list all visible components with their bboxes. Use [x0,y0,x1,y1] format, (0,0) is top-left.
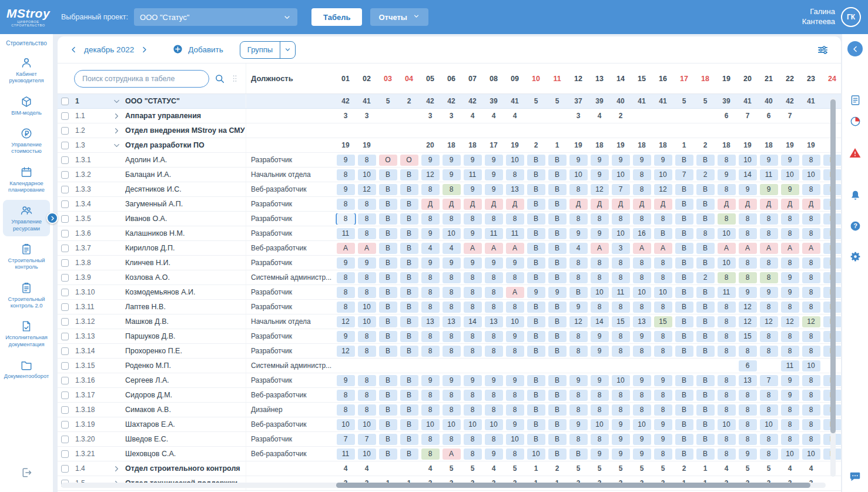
timesheet-cell[interactable]: 8 [718,434,736,445]
expand-chevron-icon[interactable] [108,141,125,150]
timesheet-cell[interactable]: 10 [569,169,588,180]
timesheet-cell[interactable]: 8 [569,213,588,225]
timesheet-cell[interactable]: В [675,346,693,357]
timesheet-cell[interactable]: 9 [421,228,440,239]
timesheet-cell[interactable]: В [675,390,693,401]
group-name[interactable]: Отдел строительного контроля [125,464,246,473]
timesheet-cell[interactable]: В [696,316,715,327]
timesheet-cell[interactable]: 9 [591,375,609,386]
timesheet-cell[interactable]: 8 [781,213,799,225]
timesheet-cell[interactable]: 8 [760,331,778,342]
timesheet-cell[interactable]: В [379,243,397,254]
timesheet-cell[interactable]: В [527,331,545,342]
timesheet-cell[interactable]: 8 [337,287,355,298]
timesheet-cell[interactable]: 2 [696,272,715,283]
timesheet-cell[interactable]: 8 [421,390,440,401]
timesheet-cell[interactable]: 9 [421,155,440,166]
timesheet-cell[interactable]: 8 [633,404,651,416]
timesheet-cell[interactable]: 9 [739,449,757,460]
timesheet-cell[interactable]: 8 [358,346,376,357]
expand-chevron-icon[interactable] [108,464,125,473]
timesheet-cell[interactable]: 4 [443,243,461,254]
row-checkbox[interactable] [61,156,69,164]
timesheet-cell[interactable]: А [654,243,672,254]
timesheet-cell[interactable]: 12 [337,346,355,357]
timesheet-cell[interactable]: А [781,243,799,254]
timesheet-cell[interactable]: 11 [506,228,524,239]
timesheet-cell[interactable]: 12 [739,316,757,327]
expand-chevron-icon[interactable] [108,112,125,121]
timesheet-cell[interactable]: 8 [358,404,376,416]
timesheet-cell[interactable]: 8 [485,404,503,416]
timesheet-cell[interactable]: 9 [485,375,503,386]
timesheet-cell[interactable]: 12 [591,184,609,195]
timesheet-cell[interactable]: 8 [612,302,630,313]
timesheet-cell[interactable]: 8 [633,390,651,401]
row-checkbox[interactable] [61,391,69,399]
timesheet-cell[interactable]: 8 [464,449,482,460]
timesheet-cell[interactable] [654,360,672,371]
timesheet-cell[interactable]: 9 [443,169,461,180]
timesheet-cell[interactable]: В [696,449,715,460]
timesheet-cell[interactable]: 8 [591,257,609,269]
timesheet-cell[interactable]: А [760,243,778,254]
timesheet-cell[interactable]: 9 [591,449,609,460]
timesheet-cell[interactable]: 8 [485,287,503,298]
timesheet-cell[interactable]: 8 [337,272,355,283]
drag-handle-icon[interactable] [230,74,239,83]
timesheet-cell[interactable]: Д [718,199,736,210]
timesheet-cell[interactable]: 10 [591,419,609,430]
timesheet-cell[interactable]: 9 [421,375,440,386]
timesheet-cell[interactable]: В [379,272,397,283]
timesheet-cell[interactable]: 8 [569,272,588,283]
timesheet-cell[interactable]: В [696,375,715,386]
timesheet-cell[interactable]: 8 [802,346,820,357]
timesheet-cell[interactable]: 8 [739,257,757,269]
expand-chevron-icon[interactable] [108,97,125,106]
timesheet-cell[interactable]: 8 [760,272,778,283]
timesheet-cell[interactable]: В [527,346,545,357]
timesheet-cell[interactable]: 8 [569,346,588,357]
timesheet-cell[interactable] [612,360,630,371]
alerts-button[interactable] [847,145,863,161]
timesheet-cell[interactable] [400,360,418,371]
timesheet-cell[interactable]: 8 [443,346,461,357]
prev-month-button[interactable] [69,45,78,54]
timesheet-cell[interactable]: В [400,316,418,327]
timesheet-cell[interactable]: В [400,434,418,445]
timesheet-cell[interactable]: 8 [718,213,736,225]
timesheet-cell[interactable]: 10 [358,419,376,430]
timesheet-cell[interactable]: В [379,302,397,313]
row-checkbox[interactable] [61,318,69,326]
timesheet-cell[interactable] [696,360,715,371]
timesheet-cell[interactable]: 9 [633,375,651,386]
timesheet-cell[interactable] [591,360,609,371]
timesheet-cell[interactable]: В [527,257,545,269]
row-checkbox[interactable] [61,406,69,414]
timesheet-cell[interactable]: 10 [612,169,630,180]
timesheet-cell[interactable]: 9 [760,184,778,195]
timesheet-cell[interactable]: 8 [464,390,482,401]
timesheet-cell[interactable]: 9 [443,375,461,386]
timesheet-cell[interactable]: В [400,199,418,210]
timesheet-cell[interactable]: В [379,169,397,180]
row-checkbox[interactable] [61,436,69,443]
timesheet-cell[interactable]: 9 [443,257,461,269]
timesheet-cell[interactable]: 8 [612,272,630,283]
timesheet-cell[interactable]: 11 [718,287,736,298]
timesheet-cell[interactable]: 9 [464,257,482,269]
timesheet-cell[interactable]: В [675,375,693,386]
row-checkbox[interactable] [61,289,69,296]
timesheet-cell[interactable]: В [548,155,567,166]
timesheet-cell[interactable]: В [379,375,397,386]
timesheet-cell[interactable]: 8 [421,184,440,195]
timesheet-cell[interactable]: 8 [781,257,799,269]
timesheet-cell[interactable]: В [527,404,545,416]
sidebar-item-bim[interactable]: BIM-модель [3,91,50,121]
timesheet-cell[interactable]: В [548,434,567,445]
timesheet-cell[interactable]: 9 [569,302,588,313]
timesheet-cell[interactable]: 9 [569,419,588,430]
timesheet-cell[interactable]: 8 [633,257,651,269]
timesheet-cell[interactable]: 9 [485,449,503,460]
timesheet-cell[interactable]: В [675,272,693,283]
